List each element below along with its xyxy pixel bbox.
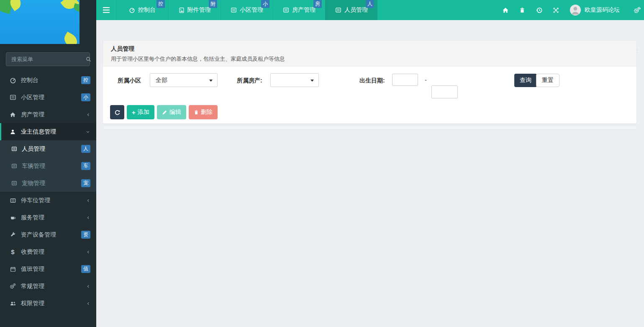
search-input[interactable] bbox=[10, 56, 86, 63]
tab-communities[interactable]: 小区管理 小 bbox=[221, 0, 273, 20]
sidebar-item-pets[interactable]: 宠物管理 宠 bbox=[0, 175, 96, 192]
menu-badge: 车 bbox=[81, 162, 90, 170]
tab-label: 小区管理 bbox=[240, 6, 263, 14]
person-icon bbox=[570, 5, 581, 15]
tab-attachments[interactable]: 附件管理 附 bbox=[168, 0, 221, 20]
tab-dashboard[interactable]: 控制台 控 bbox=[116, 0, 168, 20]
sidebar-item-duty[interactable]: 值班管理 值 bbox=[0, 260, 96, 278]
file-image-icon bbox=[179, 7, 185, 13]
reset-button[interactable]: 重置 bbox=[536, 74, 559, 87]
sidebar-item-fees[interactable]: $ 收费管理 bbox=[0, 243, 96, 260]
list-icon bbox=[231, 7, 237, 13]
sidebar-item-permissions[interactable]: 权限管理 bbox=[0, 295, 96, 312]
sidebar-item-label: 服务管理 bbox=[21, 214, 86, 221]
tab-properties[interactable]: 房产管理 房 bbox=[273, 0, 325, 20]
birthdate-to-input[interactable] bbox=[431, 85, 458, 98]
chevron-left-icon bbox=[86, 250, 90, 255]
birthdate-filter-label: 出生日期: bbox=[359, 77, 385, 85]
menu-badge: 人 bbox=[81, 145, 90, 153]
property-filter-label: 所属房产: bbox=[237, 77, 262, 85]
history-icon[interactable] bbox=[531, 0, 547, 20]
navbar-tabs: 控制台 控 附件管理 附 小区管理 小 房产管理 房 人员管理 人 bbox=[80, 0, 377, 20]
page-description: 用于管理小区里每个住户的基本信息，包括业主、家庭成员及租户等信息 bbox=[111, 55, 629, 63]
date-range-separator: - bbox=[425, 77, 427, 83]
leaf-decoration bbox=[62, 31, 80, 44]
main-content: 控制台 业主信息管理 / 人员管理 人员管理 用于管理小区里每个住户的基本信息，… bbox=[96, 20, 644, 327]
edit-button-label: 编辑 bbox=[169, 108, 181, 116]
add-button[interactable]: + 添加 bbox=[127, 105, 154, 119]
table-actions: + 添加 编辑 删除 bbox=[110, 105, 218, 119]
delete-button[interactable]: 删除 bbox=[189, 105, 218, 119]
birthdate-from-input[interactable] bbox=[392, 74, 418, 86]
sidebar-item-label: 宠物管理 bbox=[22, 180, 81, 187]
home-icon bbox=[9, 112, 16, 118]
username[interactable]: 欧皇源码论坛 bbox=[585, 6, 620, 14]
cogs-icon[interactable] bbox=[630, 0, 644, 20]
cogs-icon bbox=[9, 283, 16, 289]
sidebar-item-properties[interactable]: 房产管理 bbox=[0, 106, 96, 123]
menu-badge: 小 bbox=[81, 93, 90, 101]
sidebar-item-persons[interactable]: 人员管理 人 bbox=[0, 140, 96, 157]
tab-badge: 房 bbox=[313, 0, 322, 8]
delete-button-label: 删除 bbox=[201, 108, 213, 116]
menu-badge: 资 bbox=[81, 231, 90, 239]
fullscreen-icon[interactable] bbox=[547, 0, 564, 20]
top-navbar: 控制台 控 附件管理 附 小区管理 小 房产管理 房 人员管理 人 bbox=[80, 0, 644, 20]
menu-badge: 值 bbox=[81, 265, 90, 273]
sidebar-item-vehicles[interactable]: 车辆管理 车 bbox=[0, 157, 96, 175]
query-button[interactable]: 查询 bbox=[514, 74, 537, 87]
sidebar-item-general[interactable]: 常规管理 bbox=[0, 278, 96, 295]
coffee-icon bbox=[9, 215, 16, 221]
list-icon bbox=[11, 163, 18, 169]
empty-panel-strip bbox=[103, 126, 637, 129]
community-filter-label: 所属小区 bbox=[118, 77, 141, 85]
tab-badge: 附 bbox=[209, 0, 217, 8]
owner-info-submenu: 人员管理 人 车辆管理 车 宠物管理 宠 bbox=[0, 140, 96, 192]
property-select[interactable] bbox=[270, 73, 319, 87]
tab-persons[interactable]: 人员管理 人 bbox=[325, 0, 377, 20]
user-avatar[interactable] bbox=[570, 5, 581, 15]
wrench-icon bbox=[9, 232, 16, 238]
app-logo[interactable] bbox=[0, 0, 80, 44]
users-icon bbox=[9, 301, 16, 306]
dollar-icon: $ bbox=[9, 249, 16, 255]
home-icon[interactable] bbox=[497, 0, 514, 20]
chevron-left-icon bbox=[86, 198, 90, 203]
calendar-icon bbox=[9, 266, 16, 272]
sidebar-item-label: 常规管理 bbox=[21, 283, 86, 290]
trash-icon bbox=[194, 110, 199, 115]
tab-badge: 控 bbox=[157, 0, 165, 8]
trash-icon[interactable] bbox=[514, 0, 531, 20]
add-button-label: 添加 bbox=[138, 108, 149, 116]
sidebar-item-dashboard[interactable]: 控制台 控 bbox=[0, 72, 96, 89]
sidebar-item-owner-info[interactable]: 业主信息管理 bbox=[0, 123, 96, 140]
dashboard-icon bbox=[129, 7, 135, 13]
sidebar-toggle-button[interactable] bbox=[96, 0, 116, 20]
panel-body: 所属小区 全部 所属房产: 出生日期: - 查询 重置 + 添加 bbox=[103, 67, 636, 124]
community-select[interactable]: 全部 bbox=[150, 73, 218, 87]
plus-icon: + bbox=[132, 109, 136, 116]
sidebar-item-label: 人员管理 bbox=[22, 145, 81, 153]
refresh-icon bbox=[114, 109, 121, 116]
menu-badge: 控 bbox=[81, 76, 90, 84]
sidebar-item-label: 小区管理 bbox=[21, 94, 81, 101]
sidebar-menu: 控制台 控 小区管理 小 房产管理 业主信息管理 人员管理 人 bbox=[0, 72, 96, 312]
sidebar-item-label: 业主信息管理 bbox=[21, 128, 85, 136]
tab-label: 人员管理 bbox=[344, 6, 368, 14]
search-icon[interactable] bbox=[86, 57, 91, 62]
list-icon bbox=[11, 180, 18, 186]
tab-badge: 小 bbox=[261, 0, 269, 8]
sidebar-item-assets[interactable]: 资产设备管理 资 bbox=[0, 226, 96, 243]
dashboard-icon bbox=[9, 77, 16, 84]
list-icon bbox=[11, 146, 18, 152]
parking-icon bbox=[9, 198, 16, 203]
edit-button[interactable]: 编辑 bbox=[157, 105, 186, 119]
navbar-right: 欧皇源码论坛 bbox=[497, 0, 644, 20]
community-select-value: 全部 bbox=[156, 77, 167, 84]
sidebar-item-label: 停车位管理 bbox=[21, 197, 86, 204]
sidebar: 控制台 控 小区管理 小 房产管理 业主信息管理 人员管理 人 bbox=[0, 0, 96, 327]
sidebar-item-services[interactable]: 服务管理 bbox=[0, 209, 96, 226]
sidebar-item-communities[interactable]: 小区管理 小 bbox=[0, 89, 96, 106]
sidebar-item-parking[interactable]: 停车位管理 bbox=[0, 192, 96, 209]
refresh-button[interactable] bbox=[110, 105, 124, 119]
